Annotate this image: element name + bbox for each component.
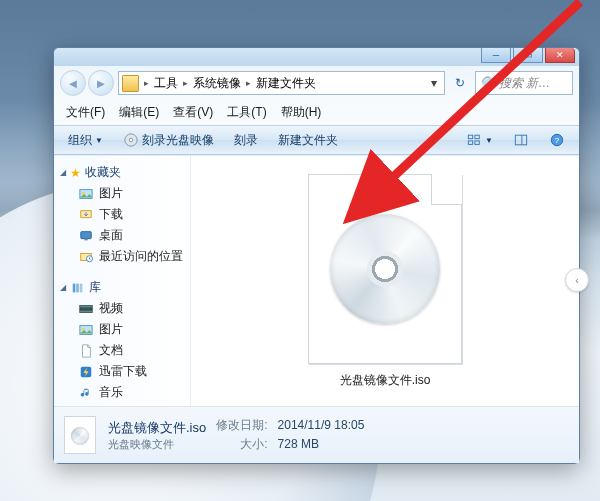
burn-button[interactable]: 刻录 (226, 129, 266, 152)
file-label: 光盘镜像文件.iso (308, 372, 462, 389)
menu-edit[interactable]: 编辑(E) (113, 102, 165, 123)
nav-downloads[interactable]: 下载 (56, 204, 188, 225)
refresh-button[interactable]: ↻ (449, 76, 471, 90)
nav-desktop[interactable]: 桌面 (56, 225, 188, 246)
new-folder-button[interactable]: 新建文件夹 (270, 129, 346, 152)
download-icon (78, 207, 93, 222)
search-input[interactable]: 🔍 搜索 新… (475, 71, 573, 95)
help-icon: ? (549, 132, 565, 148)
expand-icon: ◢ (60, 168, 66, 177)
folder-icon (122, 75, 139, 92)
nav-documents[interactable]: 文档 (56, 340, 188, 361)
minimize-button[interactable]: ─ (481, 48, 511, 63)
preview-pane-icon (513, 132, 529, 148)
nav-pictures2[interactable]: 图片 (56, 319, 188, 340)
address-dropdown[interactable]: ▾ (427, 76, 441, 90)
details-file-icon (62, 417, 98, 453)
star-icon: ★ (70, 166, 81, 180)
nav-video[interactable]: 视频 (56, 298, 188, 319)
details-pane: 光盘镜像文件.iso 光盘映像文件 修改日期: 2014/11/9 18:05 … (54, 406, 579, 463)
libraries-header[interactable]: ◢ 库 (56, 277, 188, 298)
breadcrumb-tools[interactable]: 工具 (154, 75, 178, 92)
nav-recent[interactable]: 最近访问的位置 (56, 246, 188, 267)
chevron-right-icon[interactable]: ▸ (180, 78, 191, 88)
expand-icon: ◢ (60, 283, 66, 292)
svg-rect-4 (468, 141, 472, 145)
chevron-right-icon[interactable]: ▸ (243, 78, 254, 88)
svg-rect-20 (79, 305, 91, 307)
disc-icon (123, 132, 139, 148)
svg-rect-13 (84, 238, 88, 240)
picture-icon (78, 186, 93, 201)
navigation-pane: ◢ ★ 收藏夹 图片 下载 桌面 最近访问的位置 (54, 156, 191, 406)
details-file-name: 光盘镜像文件.iso (108, 419, 206, 437)
thunder-icon (78, 364, 93, 379)
chevron-down-icon: ▼ (95, 136, 103, 145)
breadcrumb-images[interactable]: 系统镜像 (193, 75, 241, 92)
chevron-down-icon: ▼ (485, 136, 493, 145)
svg-rect-16 (72, 283, 75, 292)
search-icon: 🔍 (480, 76, 495, 90)
view-mode-button[interactable]: ▼ (458, 129, 501, 151)
search-placeholder: 搜索 新… (499, 75, 550, 92)
breadcrumb-newfolder[interactable]: 新建文件夹 (256, 75, 316, 92)
chevron-right-icon[interactable]: ▸ (141, 78, 152, 88)
nav-thunder[interactable]: 迅雷下载 (56, 361, 188, 382)
svg-rect-5 (475, 141, 479, 145)
menu-bar: 文件(F) 编辑(E) 查看(V) 工具(T) 帮助(H) (54, 100, 579, 125)
details-size-value: 728 MB (278, 437, 365, 451)
details-size-label: 大小: (216, 436, 267, 453)
svg-point-1 (129, 138, 133, 142)
address-bar-row: ◄ ► ▸ 工具 ▸ 系统镜像 ▸ 新建文件夹 ▾ ↻ 🔍 搜索 新… (54, 66, 579, 100)
desktop-icon (78, 228, 93, 243)
svg-rect-12 (80, 231, 91, 238)
svg-rect-17 (76, 283, 79, 292)
menu-file[interactable]: 文件(F) (60, 102, 111, 123)
forward-button[interactable]: ► (88, 70, 114, 96)
preview-pane-button[interactable] (505, 129, 537, 151)
toolbar: 组织▼ 刻录光盘映像 刻录 新建文件夹 ▼ (54, 125, 579, 155)
help-button[interactable]: ? (541, 129, 573, 151)
nav-pictures[interactable]: 图片 (56, 183, 188, 204)
close-button[interactable]: ✕ (545, 48, 575, 63)
svg-text:?: ? (555, 136, 560, 145)
svg-rect-6 (515, 135, 526, 145)
svg-rect-2 (468, 135, 472, 139)
burn-image-button[interactable]: 刻录光盘映像 (115, 129, 222, 152)
titlebar[interactable]: ─ ▭ ✕ (54, 48, 579, 66)
library-icon (70, 280, 85, 295)
explorer-window: ─ ▭ ✕ ◄ ► ▸ 工具 ▸ 系统镜像 ▸ 新建文件夹 ▾ ↻ (53, 47, 580, 464)
file-list-pane[interactable]: 光盘镜像文件.iso ‹ (191, 156, 579, 406)
favorites-header[interactable]: ◢ ★ 收藏夹 (56, 162, 188, 183)
details-file-kind: 光盘映像文件 (108, 437, 206, 452)
disc-icon (330, 214, 440, 324)
breadcrumb-bar[interactable]: ▸ 工具 ▸ 系统镜像 ▸ 新建文件夹 ▾ (118, 71, 445, 95)
menu-view[interactable]: 查看(V) (167, 102, 219, 123)
picture-icon (78, 322, 93, 337)
file-item-iso[interactable]: 光盘镜像文件.iso (308, 174, 462, 389)
iso-file-icon (308, 174, 462, 364)
recent-icon (78, 249, 93, 264)
document-icon (78, 343, 93, 358)
maximize-button[interactable]: ▭ (513, 48, 543, 63)
svg-rect-18 (79, 283, 82, 292)
back-button[interactable]: ◄ (60, 70, 86, 96)
nav-music[interactable]: 音乐 (56, 382, 188, 403)
menu-tools[interactable]: 工具(T) (221, 102, 272, 123)
music-icon (78, 385, 93, 400)
details-date-label: 修改日期: (216, 417, 267, 434)
details-date-value: 2014/11/9 18:05 (278, 418, 365, 432)
menu-help[interactable]: 帮助(H) (275, 102, 328, 123)
svg-rect-3 (475, 135, 479, 139)
organize-button[interactable]: 组织▼ (60, 129, 111, 152)
side-handle[interactable]: ‹ (565, 268, 589, 292)
video-icon (78, 301, 93, 316)
views-icon (466, 132, 482, 148)
svg-rect-21 (79, 310, 91, 312)
